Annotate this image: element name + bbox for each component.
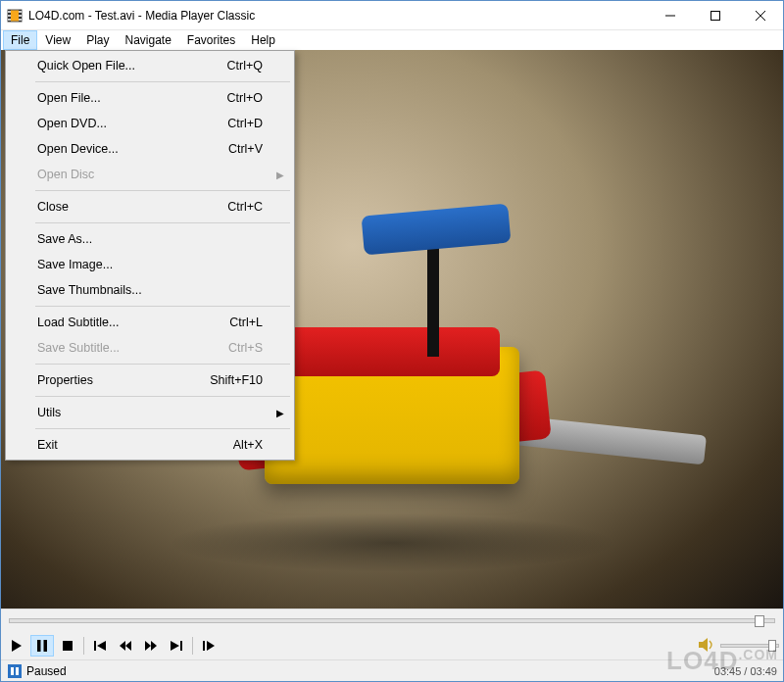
- menu-item-label: Open DVD...: [37, 117, 107, 130]
- svg-rect-4: [8, 15, 11, 17]
- window-controls: [648, 1, 783, 30]
- menu-item-label: Utils: [37, 406, 61, 419]
- menu-separator: [35, 396, 290, 397]
- menu-open-dvd[interactable]: Open DVD... Ctrl+D: [8, 111, 292, 136]
- svg-marker-22: [151, 641, 157, 651]
- menu-item-shortcut: Ctrl+C: [227, 200, 263, 214]
- seek-thumb[interactable]: [755, 615, 764, 627]
- maximize-button[interactable]: [693, 1, 738, 30]
- rewind-button[interactable]: [114, 635, 137, 657]
- svg-marker-20: [125, 641, 131, 651]
- menu-item-label: Quick Open File...: [37, 59, 135, 73]
- menu-item-label: Open Disc: [37, 168, 94, 181]
- window-title: LO4D.com - Test.avi - Media Player Class…: [28, 9, 648, 23]
- menu-separator: [35, 428, 290, 429]
- submenu-arrow-icon: ▶: [276, 170, 284, 180]
- separator: [192, 637, 193, 655]
- svg-rect-16: [63, 641, 73, 651]
- playback-controls: [1, 632, 783, 659]
- volume-icon[interactable]: [699, 638, 714, 655]
- menu-item-shortcut: Ctrl+O: [227, 91, 263, 105]
- menu-item-shortcut: Shift+F10: [210, 373, 263, 387]
- seek-bar[interactable]: [1, 609, 783, 632]
- svg-marker-19: [120, 641, 125, 651]
- menu-item-label: Save As...: [37, 232, 92, 246]
- file-menu-dropdown: Quick Open File... Ctrl+Q Open File... C…: [5, 50, 295, 461]
- pause-button[interactable]: [30, 635, 54, 657]
- volume-thumb[interactable]: [768, 640, 776, 652]
- svg-marker-27: [699, 638, 708, 652]
- svg-rect-29: [11, 667, 14, 675]
- menu-load-subtitle[interactable]: Load Subtitle... Ctrl+L: [8, 310, 292, 335]
- menu-properties[interactable]: Properties Shift+F10: [8, 367, 292, 393]
- menu-item-label: Save Image...: [37, 258, 113, 271]
- menu-separator: [35, 364, 290, 365]
- menu-item-label: Close: [37, 200, 69, 214]
- play-button[interactable]: [5, 635, 28, 657]
- menu-separator: [35, 81, 290, 82]
- menu-separator: [35, 190, 290, 191]
- svg-rect-14: [37, 640, 41, 652]
- menu-item-shortcut: Ctrl+D: [227, 117, 263, 130]
- menu-utils[interactable]: Utils ▶: [8, 400, 292, 425]
- svg-rect-28: [8, 664, 22, 678]
- svg-rect-30: [16, 667, 19, 675]
- menu-item-label: Exit: [37, 438, 58, 452]
- menu-quick-open-file[interactable]: Quick Open File... Ctrl+Q: [8, 53, 292, 78]
- svg-rect-6: [19, 11, 22, 13]
- svg-marker-18: [97, 641, 106, 651]
- menu-favorites[interactable]: Favorites: [179, 30, 243, 50]
- status-time: 03:45 / 03:49: [714, 665, 777, 677]
- menu-file[interactable]: File: [3, 30, 37, 50]
- menu-item-shortcut: Ctrl+Q: [227, 59, 263, 73]
- menu-navigate[interactable]: Navigate: [117, 30, 178, 50]
- svg-rect-15: [44, 640, 48, 652]
- menu-item-shortcut: Ctrl+V: [228, 142, 263, 156]
- submenu-arrow-icon: ▶: [276, 408, 284, 418]
- svg-rect-17: [94, 641, 96, 651]
- separator: [83, 637, 84, 655]
- svg-marker-26: [207, 641, 215, 651]
- title-bar: LO4D.com - Test.avi - Media Player Class…: [1, 1, 783, 30]
- menu-save-thumbnails[interactable]: Save Thumbnails...: [8, 277, 292, 303]
- menu-open-file[interactable]: Open File... Ctrl+O: [8, 85, 292, 111]
- menu-bar: File View Play Navigate Favorites Help: [1, 30, 783, 50]
- menu-open-disc: Open Disc ▶: [8, 162, 292, 187]
- status-icon: [7, 663, 23, 679]
- fast-forward-button[interactable]: [139, 635, 163, 657]
- svg-rect-8: [19, 19, 22, 21]
- svg-rect-7: [19, 15, 22, 17]
- menu-item-label: Load Subtitle...: [37, 316, 119, 329]
- menu-open-device[interactable]: Open Device... Ctrl+V: [8, 136, 292, 162]
- menu-play[interactable]: Play: [78, 30, 117, 50]
- volume-slider[interactable]: [720, 644, 779, 648]
- menu-item-label: Save Thumbnails...: [37, 283, 142, 297]
- menu-exit[interactable]: Exit Alt+X: [8, 432, 292, 458]
- menu-view[interactable]: View: [37, 30, 78, 50]
- skip-back-button[interactable]: [88, 635, 112, 657]
- menu-separator: [35, 306, 290, 307]
- svg-rect-3: [8, 11, 11, 13]
- menu-save-image[interactable]: Save Image...: [8, 252, 292, 277]
- stop-button[interactable]: [56, 635, 79, 657]
- svg-marker-23: [171, 641, 179, 651]
- skip-forward-button[interactable]: [165, 635, 188, 657]
- close-button[interactable]: [738, 1, 783, 30]
- menu-item-shortcut: Ctrl+L: [229, 316, 263, 329]
- menu-help[interactable]: Help: [243, 30, 283, 50]
- menu-item-label: Open Device...: [37, 142, 119, 156]
- svg-rect-10: [711, 11, 720, 20]
- svg-rect-24: [180, 641, 182, 651]
- seek-track[interactable]: [9, 618, 775, 623]
- status-bar: Paused 03:45 / 03:49: [1, 659, 783, 681]
- menu-item-shortcut: Ctrl+S: [228, 341, 263, 355]
- menu-item-shortcut: Alt+X: [233, 438, 263, 452]
- minimize-button[interactable]: [648, 1, 693, 30]
- frame-step-button[interactable]: [197, 635, 220, 657]
- menu-save-as[interactable]: Save As...: [8, 226, 292, 252]
- menu-close[interactable]: Close Ctrl+C: [8, 194, 292, 219]
- menu-save-subtitle: Save Subtitle... Ctrl+S: [8, 335, 292, 361]
- svg-rect-25: [203, 641, 205, 651]
- menu-item-label: Open File...: [37, 91, 101, 105]
- svg-marker-13: [12, 640, 22, 652]
